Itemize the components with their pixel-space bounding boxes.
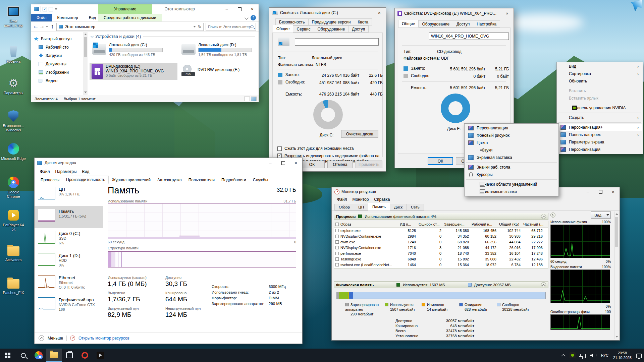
menu-options[interactable]: Параметры	[53, 169, 79, 174]
cancel-button[interactable]: Отмена	[327, 161, 353, 168]
qat-customize-icon[interactable]	[55, 8, 57, 10]
menu-item-sort[interactable]: Сортировка›	[557, 70, 642, 77]
processes-section-header[interactable]: Процессы Использование физической памяти…	[334, 213, 548, 220]
search-input[interactable]	[208, 25, 251, 29]
properties-quick-icon[interactable]: ✓	[43, 7, 47, 11]
menu-item-display-settings[interactable]: Параметры экрана	[557, 138, 642, 146]
forward-button[interactable]: →	[40, 24, 44, 29]
submenu-item-notification-icons[interactable]: Значки области уведомлений	[465, 181, 558, 188]
menu-item-create[interactable]: Создать›	[557, 114, 642, 121]
ribbon-tab-file[interactable]: Файл	[31, 14, 52, 21]
tab-services[interactable]: Службы	[250, 176, 271, 184]
desktop-icon-chrome[interactable]: Google Chrome	[1, 176, 26, 199]
details-view-button[interactable]	[244, 97, 250, 101]
tab-startup[interactable]: Автозагрузка	[154, 176, 185, 184]
nav-video[interactable]: Видео	[46, 78, 57, 83]
tray-network-icon[interactable]	[578, 349, 588, 362]
menu-file[interactable]: Файл	[334, 197, 350, 202]
desktop-icon-recycle-bin[interactable]: Корзина	[1, 45, 26, 64]
volume-label-input[interactable]	[295, 38, 379, 46]
view-dropdown-button[interactable]: Вид	[591, 212, 611, 219]
table-row[interactable]: svchost.exe (LocalServiceNet... 1464 0 1…	[334, 262, 548, 267]
submenu-item-colors[interactable]: Цвета	[465, 139, 558, 146]
desktop-icon-activators[interactable]: Activators	[1, 243, 26, 262]
maximize-button[interactable]	[233, 4, 246, 14]
nav-documents[interactable]: Документы	[46, 62, 66, 66]
maximize-button[interactable]	[277, 158, 289, 168]
tab-disk[interactable]: Диск	[390, 204, 407, 210]
tab-performance[interactable]: Производительность	[63, 176, 108, 184]
collapse-chevron-icon[interactable]	[541, 214, 546, 219]
desktop-icon-this-pc[interactable]: Этот компьютер	[1, 5, 26, 28]
scrollbar-thumb[interactable]	[84, 37, 87, 57]
drive-item-d[interactable]: Локальный диск (D:) 1,54 ТБ свободно из …	[181, 43, 266, 57]
row-checkbox[interactable]	[335, 235, 339, 238]
physical-memory-section-header[interactable]: Физическая память Используется: 1507 МБ …	[334, 281, 548, 288]
submenu-item-system-icons[interactable]: Системные значки	[465, 188, 558, 195]
ribbon-tab-computer[interactable]: Компьютер	[52, 14, 84, 21]
tab-quota[interactable]: Квота	[354, 18, 372, 25]
search-box[interactable]	[206, 23, 256, 31]
thumbnail-view-button[interactable]	[251, 97, 257, 101]
tab-sharing[interactable]: Доступ	[453, 20, 473, 27]
sidebar-item-disk0[interactable]: Диск 0 (C:)SSD 6%	[35, 228, 103, 250]
nav-downloads[interactable]: Загрузки	[46, 53, 62, 58]
minimize-button[interactable]	[264, 158, 277, 168]
minimize-button[interactable]	[220, 4, 233, 14]
new-folder-quick-icon[interactable]	[49, 7, 53, 11]
row-checkbox[interactable]	[335, 246, 339, 249]
close-button[interactable]	[373, 8, 386, 18]
nav-desktop[interactable]: Рабочий сто	[46, 45, 69, 50]
collapse-chevron-icon[interactable]	[541, 282, 546, 287]
tray-action-center[interactable]	[634, 349, 644, 362]
close-button[interactable]	[289, 158, 302, 168]
scroll-down-icon[interactable]	[615, 336, 618, 338]
tab-details[interactable]: Подробности	[218, 176, 250, 184]
close-button[interactable]	[607, 187, 620, 196]
row-checkbox[interactable]	[335, 240, 339, 244]
table-row[interactable]: Taskmgr.exe 6848 0 15 892 35 088 22 432 …	[334, 256, 548, 262]
desktop-icon-edge[interactable]: Microsoft Edge	[1, 142, 26, 161]
menu-item-personalization[interactable]: Персонализация	[557, 146, 642, 153]
desktop-icon-patches-fix[interactable]: Patches_FIX	[1, 276, 26, 295]
up-button[interactable]: ↑	[50, 24, 54, 29]
tab-general[interactable]: Общие	[398, 20, 419, 27]
nav-scrollbar[interactable]	[83, 32, 88, 95]
tab-app-history[interactable]: Журнал приложений	[109, 176, 154, 184]
tab-memory[interactable]: Память	[368, 203, 390, 210]
ok-button[interactable]: ОК	[299, 161, 325, 168]
submenu-item-desktop-icons[interactable]: Значки раб. стола	[465, 164, 558, 171]
tab-overview[interactable]: Обзор	[334, 204, 354, 210]
ribbon-tab-drive-tools[interactable]: Средства работы с дисками	[98, 14, 162, 21]
help-icon[interactable]: ?	[251, 15, 256, 20]
ok-button[interactable]: ОК	[428, 157, 453, 165]
row-checkbox[interactable]	[335, 257, 339, 261]
taskman-titlebar[interactable]: Диспетчер задач	[35, 158, 302, 168]
window-scrollbar[interactable]	[614, 212, 619, 339]
apply-button[interactable]: Применить	[356, 161, 382, 168]
tray-clock[interactable]: 20:58 21.10.2025	[611, 349, 634, 362]
menu-item-nvidia-panel[interactable]: Панель управления NVIDIA	[557, 104, 642, 112]
menu-item-paste[interactable]: Вставить	[557, 87, 642, 95]
close-button[interactable]	[501, 8, 514, 18]
menu-help[interactable]: Справка	[371, 197, 392, 202]
address-dropdown-icon[interactable]	[193, 26, 196, 27]
desktop-icon-windows-security[interactable]: Безопасно... Windows	[1, 109, 26, 132]
taskbar-media-player-button[interactable]	[93, 349, 108, 362]
table-row[interactable]: perfmon.exe 7040 0 18 740 33 352 16 104 …	[334, 250, 548, 256]
row-checkbox[interactable]	[335, 252, 339, 255]
start-button[interactable]	[0, 349, 15, 362]
sidebar-item-cpu[interactable]: ЦП0% 1,16 ГГц	[35, 184, 103, 206]
taskbar-store-button[interactable]	[62, 349, 77, 362]
tab-service[interactable]: Сервис	[293, 25, 314, 33]
open-resource-monitor-link[interactable]: Открыть монитор ресурсов	[78, 336, 129, 341]
panel-expand-icon[interactable]	[550, 213, 555, 218]
select-all-checkbox[interactable]	[335, 223, 339, 226]
tray-volume-icon[interactable]	[588, 349, 599, 362]
tab-network[interactable]: Сеть	[407, 204, 424, 210]
menu-item-personalization-plus[interactable]: Персонализация+›	[557, 124, 642, 131]
submenu-item-background[interactable]: Фоновый рисунок	[465, 132, 558, 139]
nav-quick-access[interactable]: Быстрый доступ	[41, 37, 71, 41]
manage-contextual-tab[interactable]: Управление	[98, 4, 152, 14]
devices-section-header[interactable]: Устройства и диски (4)	[91, 34, 259, 39]
